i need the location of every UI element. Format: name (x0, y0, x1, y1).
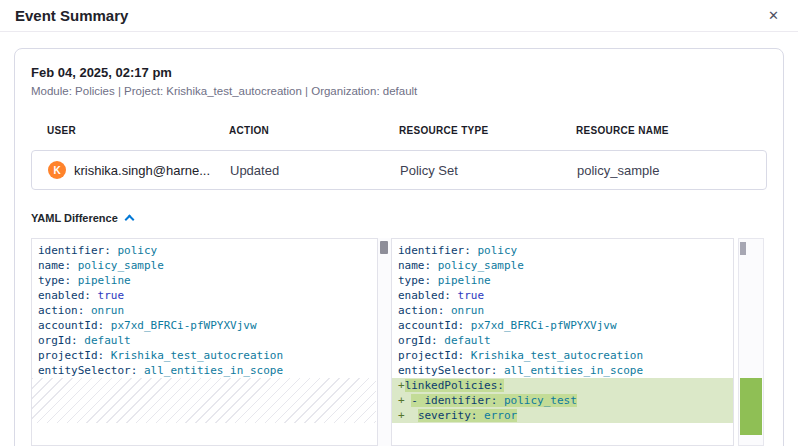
yaml-difference-toggle[interactable]: YAML Difference (31, 212, 133, 224)
diff-collapsed-region (32, 378, 376, 423)
added-change-marker (740, 378, 762, 435)
table-row: K krishika.singh@harne... Updated Policy… (31, 150, 767, 190)
user-cell: K krishika.singh@harne... (48, 161, 230, 179)
code-line: identifier: policy (32, 243, 377, 258)
right-scrollbar-thumb[interactable] (740, 242, 746, 255)
code-line: entitySelector: all_entities_in_scope (392, 363, 733, 378)
diff-right-code: identifier: policyname: policy_sampletyp… (392, 243, 733, 423)
chevron-up-icon (124, 215, 134, 225)
avatar: K (48, 161, 66, 179)
yaml-difference-label: YAML Difference (31, 212, 118, 224)
event-card: Feb 04, 2025, 02:17 pm Module: Policies … (14, 48, 784, 446)
code-line: orgId: default (32, 333, 377, 348)
code-line: orgId: default (392, 333, 733, 348)
user-email: krishika.singh@harne... (74, 163, 210, 178)
code-line: enabled: true (32, 288, 377, 303)
code-line: type: pipeline (32, 273, 377, 288)
resource-type-cell: Policy Set (400, 163, 577, 178)
code-line: identifier: policy (392, 243, 733, 258)
code-line: accountId: px7xd_BFRCi-pfWPYXVjvw (392, 318, 733, 333)
event-timestamp: Feb 04, 2025, 02:17 pm (31, 65, 767, 80)
col-header-user: USER (47, 125, 229, 136)
action-cell: Updated (230, 163, 400, 178)
event-meta: Module: Policies | Project: Krishika_tes… (31, 85, 767, 97)
resource-name-cell: policy_sample (577, 163, 750, 178)
diff-left-pane[interactable]: identifier: policyname: policy_sampletyp… (31, 238, 378, 446)
close-button[interactable]: ✕ (764, 7, 783, 24)
code-line: entitySelector: all_entities_in_scope (32, 363, 377, 378)
diff-left-code: identifier: policyname: policy_sampletyp… (32, 243, 377, 378)
diff-minimap[interactable] (738, 238, 764, 446)
code-line: accountId: px7xd_BFRCi-pfWPYXVjvw (32, 318, 377, 333)
page-title: Event Summary (15, 7, 128, 24)
diff-gutter (378, 238, 391, 446)
table-header-row: USER ACTION RESOURCE TYPE RESOURCE NAME (31, 125, 767, 136)
code-line: projectId: Krishika_test_autocreation (32, 348, 377, 363)
code-line: enabled: true (392, 288, 733, 303)
code-line: action: onrun (392, 303, 733, 318)
code-line: +linkedPolicies: (392, 378, 733, 393)
code-line: action: onrun (32, 303, 377, 318)
col-header-resource-type: RESOURCE TYPE (399, 125, 576, 136)
col-header-action: ACTION (229, 125, 399, 136)
col-header-resource-name: RESOURCE NAME (576, 125, 751, 136)
modal-header: Event Summary ✕ (0, 0, 798, 32)
close-icon: ✕ (768, 8, 779, 23)
diff-right-pane[interactable]: identifier: policyname: policy_sampletyp… (391, 238, 734, 446)
left-scrollbar-thumb[interactable] (380, 241, 388, 254)
code-line: + - identifier: policy_test (392, 393, 733, 408)
code-line: + severity: error (392, 408, 733, 423)
code-line: name: policy_sample (392, 258, 733, 273)
code-line: type: pipeline (392, 273, 733, 288)
code-line: name: policy_sample (32, 258, 377, 273)
code-line: projectId: Krishika_test_autocreation (392, 348, 733, 363)
yaml-diff-viewer: identifier: policyname: policy_sampletyp… (31, 238, 767, 446)
